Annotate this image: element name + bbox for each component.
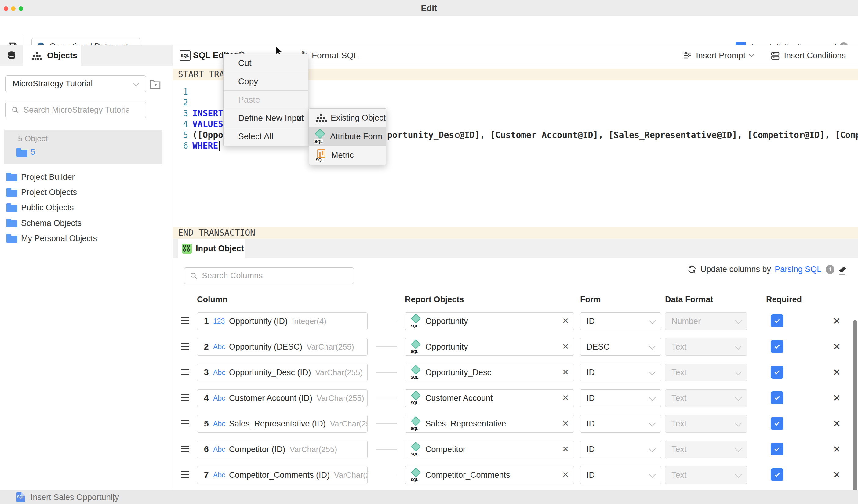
datatype-badge: 123 — [213, 317, 229, 325]
required-checkbox[interactable] — [771, 366, 783, 378]
sidebar-search-input[interactable] — [23, 105, 129, 115]
report-object-cell[interactable]: SQL Opportunity ✕ — [405, 312, 574, 330]
form-select[interactable]: ID — [580, 415, 661, 433]
report-object-cell[interactable]: SQL Opportunity ✕ — [405, 338, 574, 356]
datatype-badge: Abc — [213, 471, 229, 479]
required-checkbox[interactable] — [771, 468, 783, 481]
menu-item-define-new-input[interactable]: Define New Input — [223, 109, 308, 127]
column-type: VarChar(255) — [317, 393, 364, 403]
form-select[interactable]: ID — [580, 440, 661, 458]
sql-document-icon: SQL — [16, 492, 25, 502]
eraser-icon[interactable] — [837, 265, 848, 275]
sidebar-item-project-builder[interactable]: Project Builder — [6, 171, 165, 183]
window-title: Edit — [0, 0, 858, 16]
drag-handle-icon[interactable] — [181, 318, 189, 325]
tab-input-object[interactable]: Input Object — [178, 239, 244, 258]
drag-handle-icon[interactable] — [181, 343, 189, 351]
column-type: VarChar(255) — [334, 470, 368, 480]
selected-folder-label: 5 — [31, 147, 35, 157]
folder-icon — [6, 234, 17, 243]
remove-row-button[interactable]: ✕ — [833, 418, 841, 429]
remove-object-icon[interactable]: ✕ — [562, 393, 569, 403]
data-format-select: Text — [665, 415, 747, 433]
insert-conditions-button[interactable]: Insert Conditions — [784, 51, 846, 61]
remove-object-icon[interactable]: ✕ — [562, 419, 569, 428]
column-cell[interactable]: 1 123 Opportunity (ID) Integer(4) — [197, 312, 368, 330]
selected-folder[interactable]: 5 — [16, 147, 35, 157]
remove-row-button[interactable]: ✕ — [833, 470, 841, 480]
insert-prompt-button[interactable]: Insert Prompt — [696, 51, 745, 61]
submenu-item-existing-object[interactable]: Existing Object — [309, 109, 386, 127]
remove-row-button[interactable]: ✕ — [833, 393, 841, 403]
drag-handle-icon[interactable] — [181, 394, 189, 402]
required-checkbox[interactable] — [771, 340, 783, 353]
project-select[interactable]: MicroStrategy Tutorial — [5, 76, 146, 92]
column-cell[interactable]: 5 Abc Sales_Representative (ID) VarChar(… — [197, 415, 368, 433]
required-checkbox[interactable] — [771, 391, 783, 404]
submenu-item-metric[interactable]: SQL Metric — [309, 146, 386, 165]
vertical-scrollbar[interactable] — [853, 320, 857, 494]
title-bar: Edit — [0, 0, 858, 16]
status-bar: SQL Insert Sales Opportunity | — [0, 490, 858, 504]
chevron-down-icon — [735, 471, 742, 478]
row-number: 7 — [204, 470, 213, 480]
column-cell[interactable]: 6 Abc Competitor (ID) VarChar(255) — [197, 440, 368, 458]
drag-handle-icon[interactable] — [181, 369, 189, 376]
line-number: 2 — [173, 97, 188, 108]
sidebar-item-project-objects[interactable]: Project Objects — [6, 186, 165, 198]
columns-search[interactable] — [184, 267, 354, 284]
sidebar-item-my-personal-objects[interactable]: My Personal Objects — [6, 232, 165, 245]
menu-item-select-all[interactable]: Select All — [223, 127, 308, 146]
chevron-down-icon — [649, 343, 656, 350]
drag-handle-icon[interactable] — [181, 471, 189, 479]
attribute-icon: SQL — [410, 442, 423, 456]
required-checkbox[interactable] — [771, 443, 783, 455]
remove-object-icon[interactable]: ✕ — [562, 368, 569, 377]
column-cell[interactable]: 3 Abc Opportunity_Desc (ID) VarChar(255) — [197, 363, 368, 381]
tab-objects[interactable]: Objects — [23, 45, 81, 66]
refresh-icon[interactable] — [687, 264, 697, 274]
report-object-cell[interactable]: SQL Competitor_Comments ✕ — [405, 466, 574, 484]
menu-item-cut[interactable]: Cut — [223, 54, 308, 72]
parsing-sql-link[interactable]: Parsing SQL — [775, 265, 821, 274]
object-count-label: 5 Object — [18, 134, 48, 144]
form-select[interactable]: ID — [580, 466, 661, 484]
column-cell[interactable]: 2 Abc Opportunity (DESC) VarChar(255) — [197, 338, 368, 356]
report-object-cell[interactable]: SQL Sales_Representative ✕ — [405, 415, 574, 433]
submenu-item-label: Attribute Form — [330, 132, 382, 141]
sql-code-fragment: ([Oppo — [192, 130, 223, 141]
drag-handle-icon[interactable] — [181, 446, 189, 453]
report-object-cell[interactable]: SQL Customer Account ✕ — [405, 389, 574, 407]
format-sql-button[interactable]: Format SQL — [312, 51, 358, 61]
remove-row-button[interactable]: ✕ — [833, 444, 841, 455]
remove-object-icon[interactable]: ✕ — [562, 470, 569, 479]
remove-object-icon[interactable]: ✕ — [562, 342, 569, 351]
sidebar-search[interactable] — [5, 102, 146, 118]
column-cell[interactable]: 4 Abc Customer Account (ID) VarChar(255) — [197, 389, 368, 407]
required-checkbox[interactable] — [771, 417, 783, 430]
form-select[interactable]: ID — [580, 312, 661, 330]
remove-row-button[interactable]: ✕ — [833, 341, 841, 352]
required-checkbox[interactable] — [771, 314, 783, 327]
folder-up-icon[interactable] — [149, 77, 161, 91]
line-number: 6 — [173, 141, 188, 151]
columns-search-input[interactable] — [202, 271, 329, 280]
submenu-item-attribute-form[interactable]: SQL Attribute Form — [309, 127, 386, 146]
form-select[interactable]: DESC — [580, 338, 661, 356]
remove-row-button[interactable]: ✕ — [833, 316, 841, 326]
remove-object-icon[interactable]: ✕ — [562, 316, 569, 326]
sidebar-item-schema-objects[interactable]: Schema Objects — [6, 217, 165, 229]
report-object-cell[interactable]: SQL Competitor ✕ — [405, 440, 574, 458]
drag-handle-icon[interactable] — [181, 420, 189, 427]
menu-item-copy[interactable]: Copy — [223, 72, 308, 91]
form-select[interactable]: ID — [580, 363, 661, 381]
info-icon[interactable]: i — [826, 265, 835, 274]
remove-object-icon[interactable]: ✕ — [562, 444, 569, 454]
tab-datasources[interactable] — [0, 45, 23, 66]
column-cell[interactable]: 7 Abc Competitor_Comments (ID) VarChar(2… — [197, 466, 368, 484]
chevron-down-icon[interactable] — [749, 52, 754, 58]
report-object-cell[interactable]: SQL Opportunity_Desc ✕ — [405, 363, 574, 381]
sidebar-item-public-objects[interactable]: Public Objects — [6, 201, 165, 214]
remove-row-button[interactable]: ✕ — [833, 367, 841, 378]
form-select[interactable]: ID — [580, 389, 661, 407]
